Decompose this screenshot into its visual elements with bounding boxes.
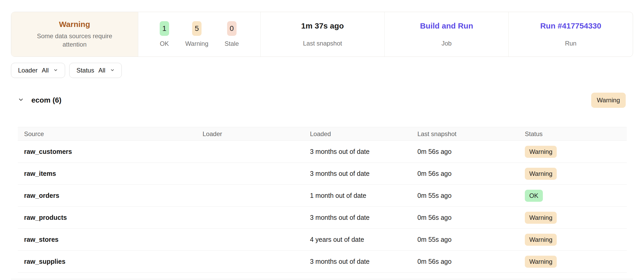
status-cell: Warning (525, 146, 627, 158)
column-header-loaded: Loaded (310, 130, 417, 138)
overall-status-title: Warning (59, 20, 90, 29)
last-snapshot-value: 1m 37s ago (301, 21, 344, 30)
loader-filter-value: All (42, 67, 49, 74)
group-status-badge: Warning (591, 93, 626, 108)
source-cell: raw_customers (18, 148, 203, 155)
column-header-loader: Loader (203, 130, 310, 138)
run-link[interactable]: Run #417754330 (540, 21, 601, 30)
table-row[interactable]: raw_products 3 months out of date 0m 56s… (18, 207, 627, 229)
group-title: ecom (6) (31, 96, 61, 104)
last-snapshot-cell: 0m 55s ago (417, 192, 525, 199)
last-snapshot-cell: 0m 56s ago (417, 214, 525, 221)
loaded-cell: 3 months out of date (310, 258, 417, 265)
status-badge: Warning (525, 146, 557, 158)
status-filter-value: All (98, 67, 105, 74)
status-counts-card: 1 OK 5 Warning 0 Stale (138, 12, 261, 57)
last-snapshot-card: 1m 37s ago Last snapshot (260, 12, 384, 57)
loaded-cell: 3 months out of date (310, 214, 417, 221)
warning-count-label: Warning (185, 40, 208, 47)
status-filter-button[interactable]: Status All (69, 63, 122, 78)
status-cell: OK (525, 190, 627, 202)
column-header-status: Status (525, 130, 627, 138)
status-badge: OK (525, 190, 543, 202)
table-header-row: Source Loader Loaded Last snapshot Statu… (18, 127, 627, 141)
table-row[interactable]: raw_orders 1 month out of date 0m 55s ag… (18, 185, 627, 207)
status-badge: Warning (525, 256, 557, 268)
source-cell: raw_stores (18, 236, 203, 243)
table-row[interactable]: raw_items 3 months out of date 0m 56s ag… (18, 163, 627, 185)
group-collapse-icon[interactable] (18, 97, 24, 104)
stale-count-pill: 0 (227, 21, 237, 36)
status-count-ok: 1 OK (160, 21, 169, 48)
last-snapshot-cell: 0m 56s ago (417, 170, 525, 177)
group-header-left: ecom (6) (11, 96, 61, 104)
status-counts: 1 OK 5 Warning 0 Stale (160, 21, 239, 48)
run-card: Run #417754330 Run (508, 12, 633, 57)
last-snapshot-cell: 0m 55s ago (417, 236, 525, 243)
loaded-cell: 3 months out of date (310, 148, 417, 155)
job-link[interactable]: Build and Run (420, 21, 473, 30)
loader-filter-label: Loader (18, 67, 38, 74)
loader-filter-button[interactable]: Loader All (11, 63, 65, 78)
source-cell: raw_supplies (18, 258, 203, 265)
source-cell: raw_orders (18, 192, 203, 199)
next-section-divider (11, 279, 633, 279)
group-header-ecom[interactable]: ecom (6) Warning (11, 92, 633, 108)
table-row[interactable]: raw_customers 3 months out of date 0m 56… (18, 141, 627, 163)
last-snapshot-label: Last snapshot (303, 40, 342, 47)
status-filter-label: Status (76, 67, 94, 74)
status-badge: Warning (525, 234, 557, 246)
job-card: Build and Run Job (384, 12, 509, 57)
loaded-cell: 1 month out of date (310, 192, 417, 199)
status-badge: Warning (525, 212, 557, 224)
status-count-warning: 5 Warning (185, 21, 208, 48)
stale-count-label: Stale (225, 40, 239, 47)
column-header-last-snapshot: Last snapshot (417, 130, 525, 138)
status-cell: Warning (525, 168, 627, 180)
last-snapshot-cell: 0m 56s ago (417, 148, 525, 155)
warning-count-pill: 5 (192, 21, 202, 36)
ok-count-label: OK (160, 40, 169, 47)
status-badge: Warning (525, 168, 557, 180)
status-cell: Warning (525, 234, 627, 246)
overall-status-subtitle: Some data sources require attention (31, 32, 118, 49)
last-snapshot-cell: 0m 56s ago (417, 258, 525, 265)
ok-count-pill: 1 (160, 21, 169, 36)
table-row[interactable]: raw_stores 4 years out of date 0m 55s ag… (18, 229, 627, 251)
job-label: Job (441, 40, 452, 47)
status-cell: Warning (525, 212, 627, 224)
status-cell: Warning (525, 256, 627, 268)
source-cell: raw_items (18, 170, 203, 177)
column-header-source: Source (18, 130, 203, 138)
source-cell: raw_products (18, 214, 203, 221)
status-count-stale: 0 Stale (225, 21, 239, 48)
chevron-down-icon (110, 67, 115, 74)
sources-table: Source Loader Loaded Last snapshot Statu… (18, 127, 627, 273)
chevron-down-icon (53, 67, 58, 74)
summary-bar: Warning Some data sources require attent… (11, 12, 633, 57)
loaded-cell: 4 years out of date (310, 236, 417, 243)
loaded-cell: 3 months out of date (310, 170, 417, 177)
table-row[interactable]: raw_supplies 3 months out of date 0m 56s… (18, 251, 627, 273)
overall-status-card: Warning Some data sources require attent… (11, 12, 138, 57)
run-label: Run (565, 40, 577, 47)
filter-bar: Loader All Status All (11, 63, 122, 78)
